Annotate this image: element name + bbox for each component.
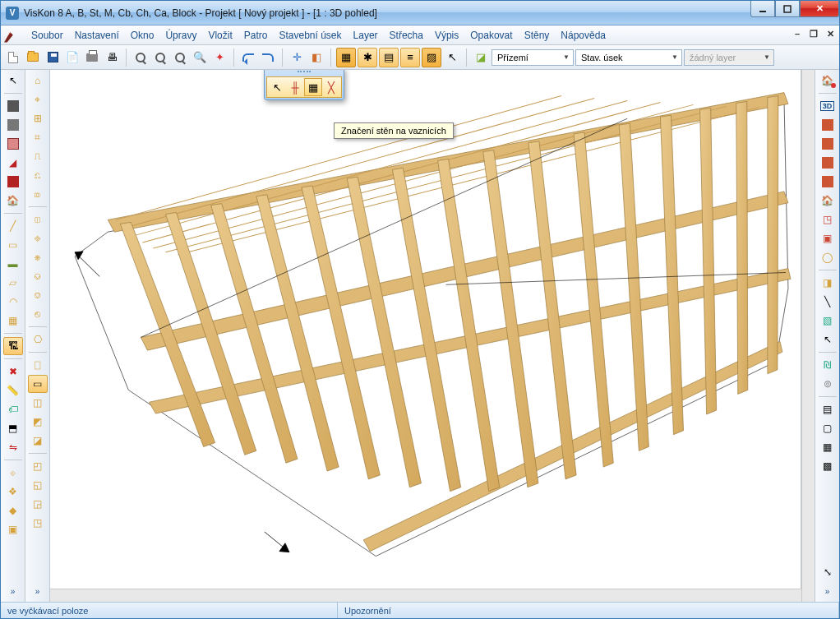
tool-r2[interactable]: ╲ [818,293,838,311]
b-tool-22[interactable]: ◲ [28,495,48,513]
b-tool-12[interactable]: ⎊ [28,286,48,304]
b-tool-8[interactable]: ⎅ [28,210,48,229]
b-tool-4[interactable]: ⌗ [28,128,48,146]
b-tool-16[interactable]: ▭ [28,375,48,393]
extras-2[interactable]: ❖ [3,483,23,501]
chevron-down-button[interactable]: » [3,582,23,600]
copy-button[interactable]: 📄 [63,49,81,67]
tool-r5[interactable]: ₪ [818,356,838,374]
view-panel[interactable]: ▣ [818,229,838,247]
window-tool[interactable] [3,135,23,153]
house-tool[interactable]: 🏠 [3,192,23,210]
menu-nastaveni[interactable]: Nastavení [69,27,125,44]
dim-tool[interactable]: 📏 [3,381,23,400]
floor-3d-button[interactable]: ◪ [472,49,490,67]
chevron-down-button-r[interactable]: » [818,582,838,600]
plate-tool[interactable]: ▱ [3,274,23,292]
extras-3[interactable]: ◆ [3,501,23,520]
new-file-button[interactable] [4,49,22,67]
float-hatch-button[interactable]: ╫ [286,78,304,96]
slab-tool[interactable] [3,116,23,134]
float-diag-button[interactable]: ╳ [322,78,340,96]
chevron-down-button-b[interactable]: » [28,582,48,600]
b-tool-19[interactable]: ◪ [28,432,48,450]
view-red-1[interactable] [818,116,838,134]
menu-opakovat[interactable]: Opakovat [464,27,518,44]
measure-button[interactable]: ✦ [210,49,228,67]
menu-stavebni-usek[interactable]: Stavební úsek [273,27,347,44]
layer-dropdown[interactable]: žádný layer ▼ [684,49,774,66]
b-tool-7[interactable]: ⎄ [28,185,48,203]
mirror-tool[interactable]: ⇋ [3,438,23,456]
hatch-toggle-button[interactable]: ▨ [422,48,441,67]
b-tool-1[interactable]: ⌂ [28,72,48,90]
line-tool[interactable]: ╱ [3,217,23,235]
tool-r6[interactable]: ⊚ [818,375,838,393]
delete-tool[interactable]: ✖ [3,363,23,381]
tool-r3[interactable]: ▧ [818,312,838,330]
undo-button[interactable] [239,49,257,67]
view-red-3[interactable] [818,154,838,172]
menu-vlozit[interactable]: Vložit [202,27,238,44]
extras-1[interactable]: ⟐ [3,464,23,482]
b-tool-17[interactable]: ◫ [28,394,48,412]
zoom-window-button[interactable]: 🔍 [191,49,209,67]
view-circle[interactable]: ◯ [818,248,838,266]
view-cube[interactable]: ◳ [818,210,838,229]
tool-r4[interactable]: ↖ [818,330,838,349]
snap-toggle-button[interactable]: ✱ [358,48,377,67]
vertical-scrollbar[interactable] [801,70,815,602]
view-home-red[interactable]: 🏠 [818,192,838,210]
b-tool-23[interactable]: ◳ [28,514,48,532]
hatch-tool[interactable]: ▦ [3,312,23,330]
section-tool[interactable]: ⬒ [3,419,23,437]
wall-tool[interactable] [3,97,23,115]
menu-patro[interactable]: Patro [238,27,274,44]
tool-r7[interactable]: ▤ [818,400,838,418]
b-tool-3[interactable]: ⊞ [28,109,48,127]
close-button[interactable]: ✕ [800,1,839,17]
tool-r10[interactable]: ▩ [818,457,838,475]
selected-tool[interactable]: 🏗 [3,337,23,355]
tool-r9[interactable]: ▦ [818,438,838,456]
print-button[interactable] [83,49,101,67]
float-mark-walls-button[interactable]: ▦ [304,78,322,96]
menu-okno[interactable]: Okno [125,27,160,44]
b-tool-9[interactable]: ⎆ [28,229,48,247]
redo-button[interactable] [259,49,277,67]
extras-4[interactable]: ▣ [3,520,23,538]
tag-tool[interactable]: 🏷 [3,400,23,418]
center-button[interactable]: ✛ [288,49,306,67]
minimize-button[interactable] [750,1,775,17]
gripper-icon[interactable] [298,71,311,73]
pattern-tool[interactable] [3,173,23,191]
b-tool-14[interactable]: ⎔ [28,330,48,349]
floor-dropdown[interactable]: Přízemí ▼ [492,49,574,66]
grid-toggle-button[interactable]: ▦ [336,48,356,67]
print-preview-button[interactable]: 🖶 [103,49,121,67]
roof-tool[interactable]: ◢ [3,154,23,172]
view-3d-button[interactable]: 3D [818,97,838,115]
view-red-2[interactable] [818,135,838,153]
b-tool-2[interactable]: ⌖ [28,90,48,109]
menu-steny[interactable]: Stěny [519,27,556,44]
cube-button[interactable]: ◧ [307,49,325,67]
open-file-button[interactable] [24,49,42,67]
b-tool-10[interactable]: ⎈ [28,248,48,266]
menu-strecha[interactable]: Střecha [384,27,429,44]
b-tool-20[interactable]: ◰ [28,457,48,475]
b-tool-6[interactable]: ⎌ [28,166,48,184]
mdi-minimize-button[interactable]: – [792,28,803,39]
float-cursor-button[interactable]: ↖ [268,78,286,96]
b-tool-21[interactable]: ◱ [28,476,48,494]
view-red-4[interactable] [818,173,838,191]
b-tool-18[interactable]: ◩ [28,413,48,431]
menu-upravy[interactable]: Úpravy [159,27,202,44]
b-tool-11[interactable]: ⎉ [28,267,48,285]
menu-napoveda[interactable]: Nápověda [555,27,612,44]
zoom-fit-button[interactable] [171,49,189,67]
zoom-in-button[interactable] [132,49,150,67]
maximize-button[interactable] [775,1,800,17]
mdi-close-button[interactable]: ✕ [824,28,836,39]
cursor-tool[interactable]: ↖ [3,72,23,90]
